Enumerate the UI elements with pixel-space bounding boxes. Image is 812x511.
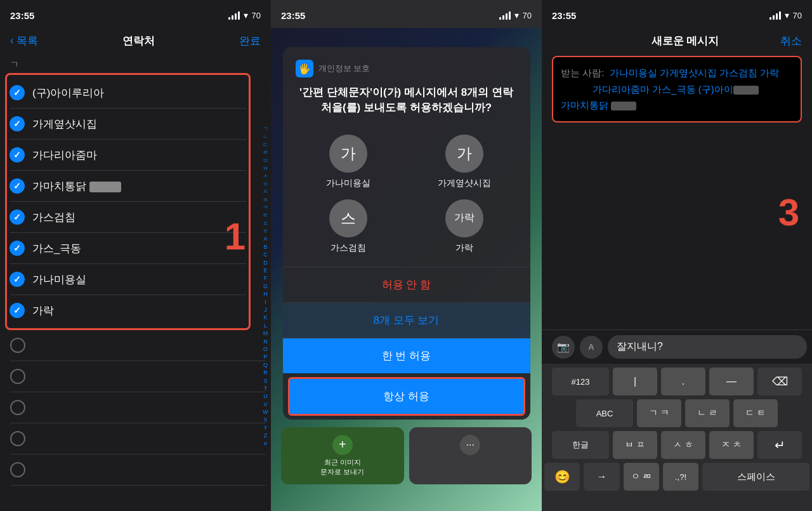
avatar-circle: 스 (329, 199, 367, 237)
return-key[interactable]: ↵ (757, 431, 802, 459)
contact-label: 가스검침 (331, 242, 366, 254)
key-vowels[interactable]: ㅇ ㄻ (624, 463, 659, 491)
contact-item-unchecked[interactable] (10, 361, 266, 392)
key-123[interactable]: #123 (552, 368, 609, 395)
contact-name: 가스검침 (32, 210, 75, 225)
camera-button[interactable]: 📷 (552, 336, 575, 359)
contact-bubble: 가락 가락 (412, 199, 518, 254)
key-abc[interactable]: ABC (576, 399, 633, 427)
kb-row-4: 😊 → ㅇ ㄻ .,?! 스페이스 (544, 463, 809, 491)
to-field[interactable]: 받는 사람: 가나미용실 가게옆샷시집 가스검침 가락 가다리아줌마 가스_극동… (552, 56, 802, 123)
card-label: 최근 이미지문자로 보내기 (320, 458, 364, 477)
checkbox[interactable] (10, 116, 25, 131)
done-button-1[interactable]: 완료 (239, 34, 261, 48)
backspace-key[interactable]: ⌫ (757, 368, 802, 395)
mini-card-more[interactable]: ··· (409, 427, 532, 484)
space-key[interactable]: 스페이스 (702, 463, 809, 491)
key-nr[interactable]: ㄴ ㄹ (685, 399, 730, 427)
contact-item[interactable]: 가스_극동 (10, 233, 246, 264)
deny-button[interactable]: 허용 안 함 (283, 267, 530, 302)
contact-item-unchecked[interactable] (10, 455, 266, 486)
contact-item-unchecked[interactable] (10, 423, 266, 455)
avatar-circle: 가 (329, 135, 367, 173)
blurred-recipient (611, 102, 636, 110)
key-sh[interactable]: ㅅ ㅎ (661, 431, 705, 459)
message-input-wrapper: 잘지내니? ↑ (608, 335, 802, 359)
signal-icon-1 (228, 11, 240, 20)
app-name: 개인정보 보호 (318, 63, 370, 74)
show-all-button[interactable]: 8개 모두 보기 (283, 302, 530, 338)
keyboard-rows: #123 | . — ⌫ ABC ㄱ ㅋ ㄴ ㄹ ㄷ ㅌ 한글 ㅂ ㅍ ㅅ ㅎ … (542, 364, 812, 498)
key-bp[interactable]: ㅂ ㅍ (613, 431, 657, 459)
checkbox-unchecked[interactable] (10, 369, 25, 384)
recipient-tag: (구)아이 (698, 84, 759, 95)
text-format-button[interactable]: A (580, 336, 603, 359)
contact-item[interactable]: (구)아이루리아 (10, 77, 246, 109)
status-icons-1: ▾ 70 (228, 10, 261, 20)
avatar-circle: 가락 (445, 199, 483, 237)
key-dt[interactable]: ㄷ ㅌ (733, 399, 778, 427)
key-arrow[interactable]: → (584, 463, 619, 491)
permission-title: '간편 단체문자'이(가) 메시지에서 8개의 연락처을(를) 보내도록 허용하… (296, 85, 518, 116)
contact-item[interactable]: 가락 (10, 295, 246, 326)
app-icon: 🖐 (296, 60, 313, 77)
message-text: 잘지내니? (617, 341, 663, 352)
checkbox-unchecked[interactable] (10, 431, 25, 446)
key-gk[interactable]: ㄱ ㅋ (637, 399, 681, 427)
checkbox[interactable] (10, 147, 25, 163)
checkbox[interactable] (10, 272, 25, 287)
checkbox-unchecked[interactable] (10, 462, 25, 477)
back-button-1[interactable]: ‹ 목록 (10, 34, 38, 48)
checkbox[interactable] (10, 85, 25, 100)
panel-contacts: 23:55 ▾ 70 ‹ 목록 연락처 완료 ㄱ (0, 0, 271, 511)
contact-bubble: 스 가스검침 (296, 199, 402, 254)
checkbox[interactable] (10, 303, 25, 318)
contact-item[interactable]: 가다리아줌마 (10, 140, 246, 171)
key-hangul[interactable]: 한글 (552, 431, 609, 459)
checkbox-unchecked[interactable] (10, 338, 25, 353)
status-bar-3: 23:55 ▾ 70 (542, 0, 812, 28)
once-button[interactable]: 한 번 허용 (283, 338, 530, 373)
status-icons-3: ▾ 70 (769, 10, 802, 20)
message-input[interactable]: 잘지내니? (608, 335, 807, 359)
contact-item-unchecked[interactable] (10, 330, 266, 361)
checkbox-unchecked[interactable] (10, 400, 25, 415)
key-jch[interactable]: ㅈ ㅊ (709, 431, 754, 459)
bottom-cards: + 최근 이미지문자로 보내기 ··· (281, 427, 532, 484)
blurred-background: 🖐 개인정보 보호 '간편 단체문자'이(가) 메시지에서 8개의 연락처을(를… (271, 28, 542, 511)
checkbox[interactable] (10, 209, 25, 225)
plus-icon: + (332, 435, 353, 455)
avatar-circle: 가 (445, 135, 483, 173)
signal-icon-2 (499, 11, 511, 20)
permission-header: 🖐 개인정보 보호 '간편 단체문자'이(가) 메시지에서 8개의 연락처을(를… (283, 47, 530, 135)
wifi-icon-3: ▾ (785, 10, 789, 20)
key-emoji[interactable]: 😊 (544, 463, 580, 491)
contact-item[interactable]: 가게옆샷시집 (10, 109, 246, 140)
nav-bar-3: 새로운 메시지 취소 (542, 28, 812, 56)
contact-name: 가다리아줌마 (32, 148, 97, 163)
contact-item-unchecked[interactable] (10, 392, 266, 423)
cancel-button-3[interactable]: 취소 (780, 34, 802, 48)
checkbox[interactable] (10, 178, 25, 194)
key-dash[interactable]: — (709, 368, 754, 395)
message-body[interactable] (542, 123, 812, 329)
input-row: 📷 A 잘지내니? ↑ (542, 329, 812, 364)
permission-dialog: 🖐 개인정보 보호 '간편 단체문자'이(가) 메시지에서 8개의 연락처을(를… (283, 47, 530, 420)
contact-item[interactable]: 가스검침 (10, 202, 246, 233)
kb-row-1: #123 | . — ⌫ (544, 368, 809, 395)
signal-icon-3 (769, 11, 781, 20)
dialog-buttons: 허용 안 함 8개 모두 보기 한 번 허용 항상 허용 2 (283, 267, 530, 420)
mini-card-recent[interactable]: + 최근 이미지문자로 보내기 (281, 427, 404, 484)
key-pipe[interactable]: | (613, 368, 657, 395)
always-allow-button[interactable]: 항상 허용 (290, 379, 523, 414)
blurred-name (89, 182, 121, 192)
checkbox[interactable] (10, 241, 25, 256)
contact-item[interactable]: 가나미용실 (10, 264, 246, 295)
step-label-1: 1 (225, 215, 246, 258)
alphabet-index[interactable]: ㄱ ㄴ ㄷ ㄹ ㅁ ㅂ ㅅ ㅇ ㅈ ㅊ ㅋ ㅌ ㅍ ㅎ A B C D E F … (263, 126, 268, 448)
contact-item[interactable]: 가마치통닭 (10, 171, 246, 202)
key-punct[interactable]: .,?! (663, 463, 698, 491)
key-dot[interactable]: . (661, 368, 705, 395)
nav-title-1: 연락처 (122, 34, 155, 48)
recipient-tag: 가게옆샷시집 (660, 67, 719, 78)
